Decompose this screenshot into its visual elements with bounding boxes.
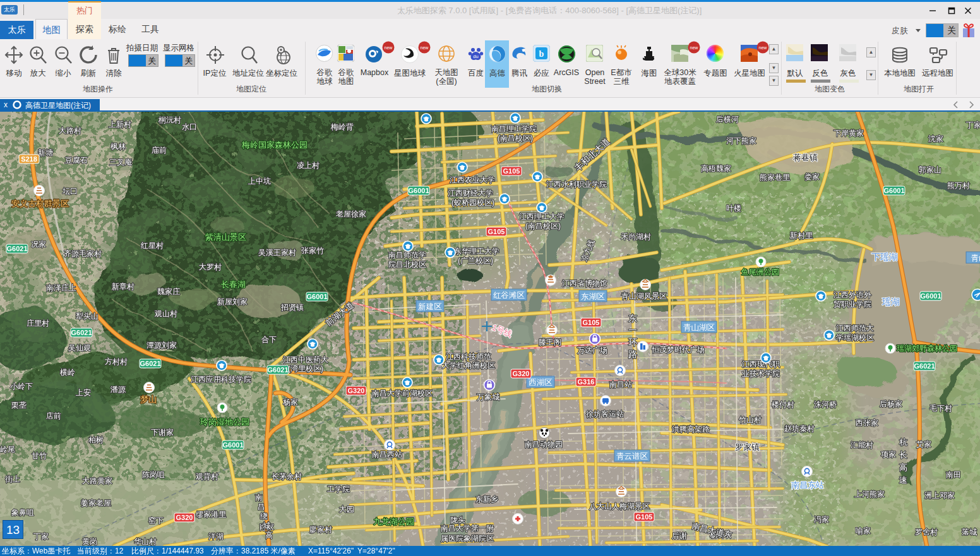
svg-text:河下熊家: 河下熊家 [726,136,756,145]
svg-text:属医院象湖院区: 属医院象湖院区 [441,534,494,543]
svg-text:恒茂梦时代广场: 恒茂梦时代广场 [651,345,705,354]
svg-text:梅岭国家森林公园: 梅岭国家森林公园 [241,140,308,150]
svg-text:江西理工大学: 江西理工大学 [519,212,565,221]
svg-text:G316: G316 [578,378,595,386]
svg-text:G6021: G6021 [71,329,92,336]
svg-text:陇头: 陇头 [450,516,465,524]
svg-text:江西科技师范: 江西科技师范 [446,352,491,361]
svg-text:潘源: 潘源 [110,385,126,394]
svg-text:东新乡: 东新乡 [475,495,498,504]
svg-text:new: new [421,45,429,50]
svg-text:西湖区: 西湖区 [529,378,553,387]
svg-text:廖家村: 廖家村 [309,525,332,534]
svg-text:业技术学院: 业技术学院 [742,369,780,378]
svg-text:甘竹: 甘竹 [32,451,47,460]
svg-text:方村村: 方村村 [105,357,128,366]
svg-text:高: 高 [899,463,907,472]
svg-text:江西师范大: 江西师范大 [836,324,874,333]
svg-text:徐坊客运站: 徐坊客运站 [586,410,624,418]
svg-text:熊万村: 熊万村 [947,181,970,190]
svg-text:合下: 合下 [261,335,277,344]
svg-text:郭家山: 郭家山 [918,165,941,174]
svg-text:庙前: 庙前 [152,146,167,155]
svg-text:横岭: 横岭 [59,368,75,377]
svg-text:观背村: 观背村 [195,472,218,481]
svg-text:熊家巷里: 熊家巷里 [760,173,791,182]
svg-text:下岸黄家: 下岸黄家 [834,129,864,138]
svg-text:(蛟桥园校区): (蛟桥园校区) [451,198,494,207]
svg-text:栗垄: 栗垄 [11,401,27,410]
svg-text:犁头山: 犁头山 [76,312,99,321]
svg-text:象鼻咀: 象鼻咀 [11,508,34,517]
svg-text:三叉庵: 三叉庵 [109,158,132,167]
svg-text:上安: 上安 [76,388,91,397]
svg-text:丁家山: 丁家山 [966,121,980,129]
svg-text:new: new [759,45,768,50]
svg-text:坛口: 坛口 [62,187,78,196]
svg-text:后横河: 后横河 [716,115,739,124]
svg-text:江西财经大学: 江西财经大学 [448,189,493,198]
svg-text:沈家: 沈家 [928,134,943,143]
svg-text:du: du [473,54,478,59]
svg-text:丁家: 丁家 [33,532,49,541]
svg-text:岭尾: 岭尾 [0,445,15,454]
svg-text:G6001: G6001 [306,293,327,300]
svg-text:庄里村: 庄里村 [27,319,49,328]
svg-text:老屋徐家: 老屋徐家 [336,210,366,218]
svg-text:况家: 况家 [31,240,46,249]
svg-text:东: 东 [628,313,637,323]
svg-text:上河熊家: 上河熊家 [854,490,885,499]
svg-text:高梧魏家: 高梧魏家 [701,164,731,173]
svg-text:上新村: 上新村 [109,120,131,129]
svg-text:红谷滩区: 红谷滩区 [493,291,525,300]
svg-text:艾家: 艾家 [916,440,931,449]
svg-text:红星村: 红星村 [140,241,164,250]
svg-text:南昌理工学院: 南昌理工学院 [491,124,537,133]
svg-text:喻家: 喻家 [856,526,871,535]
svg-text:洙河桥: 洙河桥 [814,400,837,409]
svg-text:G6001: G6001 [883,187,904,194]
svg-text:豆腐石: 豆腐石 [65,156,88,165]
svg-text:南: 南 [255,493,263,502]
svg-text:大学红角洲校区: 大学红角洲校区 [442,361,495,370]
svg-text:G6001: G6001 [920,292,941,300]
svg-text:黄岗: 黄岗 [82,537,97,546]
svg-text:G6021: G6021 [140,360,160,367]
svg-text:赵坊秦村: 赵坊秦村 [784,424,815,433]
svg-text:G105: G105 [583,319,600,326]
svg-text:(南昌校区): (南昌校区) [525,222,561,230]
svg-text:昌: 昌 [258,502,265,511]
svg-text:竹山村: 竹山村 [739,415,762,424]
svg-text:G105: G105 [488,228,505,235]
svg-text:江西水利职业学院: 江西水利职业学院 [546,180,607,189]
svg-text:绕: 绕 [260,512,268,521]
svg-text:后谢: 后谢 [672,531,687,540]
svg-text:下瑶湖: 下瑶湖 [871,252,898,262]
svg-text:G6001: G6001 [408,187,429,194]
svg-text:new: new [690,45,699,50]
svg-text:洲上邓家: 洲上邓家 [924,491,955,500]
svg-text:南昌师范学: 南昌师范学 [388,251,426,259]
svg-text:洋湖: 洋湖 [208,532,224,541]
svg-text:G320: G320 [513,370,530,377]
svg-text:滕王阁: 滕王阁 [539,338,561,346]
svg-text:南田: 南田 [946,470,961,479]
svg-text:禾尚湖村: 禾尚湖村 [621,232,651,241]
svg-text:水口: 水口 [182,122,197,131]
svg-text:G6021: G6021 [914,362,935,370]
svg-text:院昌北校区: 院昌北校区 [388,260,426,269]
svg-text:万象城: 万象城 [477,393,499,401]
svg-text:蒋巷镇: 蒋巷镇 [793,153,818,162]
svg-text:贸职业学院: 贸职业学院 [834,300,871,309]
svg-text:新建区: 新建区 [418,302,442,311]
svg-text:高: 高 [265,531,273,540]
svg-text:罗舍村: 罗舍村 [915,528,938,536]
svg-text:汇能村: 汇能村 [851,441,873,449]
svg-text:大路黄家: 大路黄家 [82,476,112,485]
svg-text:齐源毛家村: 齐源毛家村 [64,249,102,258]
svg-text:华山村: 华山村 [134,537,157,546]
svg-text:吴仙观: 吴仙观 [68,343,91,352]
svg-text:路: 路 [628,349,637,359]
svg-text:江西农业大学: 江西农业大学 [450,175,495,184]
svg-text:窑下: 窑下 [148,516,164,525]
